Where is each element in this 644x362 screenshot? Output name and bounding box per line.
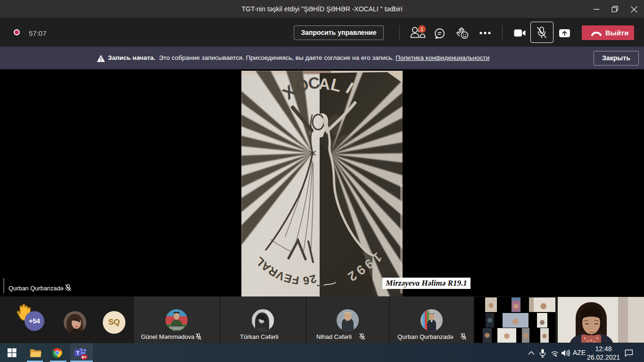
svg-text:9+: 9+ [82, 354, 87, 360]
svg-text:1: 1 [421, 26, 423, 32]
svg-text:T: T [76, 350, 80, 356]
svg-text:A: A [318, 74, 331, 93]
